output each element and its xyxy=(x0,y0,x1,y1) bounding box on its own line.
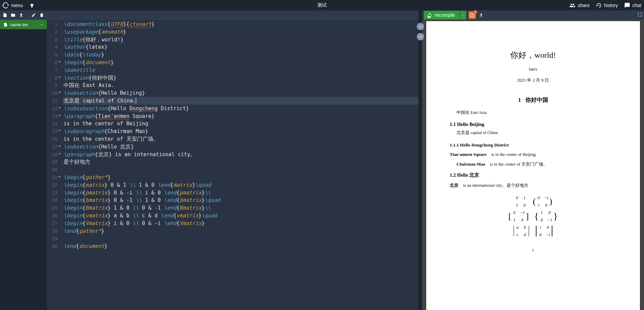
top-bar: menu 测试 share history chat xyxy=(0,0,644,10)
new-file-icon[interactable] xyxy=(3,13,7,17)
arrow-right-icon xyxy=(419,25,422,28)
expand-icon xyxy=(637,12,642,17)
subsection-1-1: 1.1 Hello Beijing xyxy=(450,122,616,127)
editor-header xyxy=(47,10,418,20)
editor-panel: 1234567891011121314151617181920212223242… xyxy=(47,10,418,310)
caret-down-icon xyxy=(461,14,465,17)
delete-icon[interactable] xyxy=(39,13,44,17)
fullscreen-button[interactable] xyxy=(637,12,642,18)
up-button[interactable] xyxy=(29,2,35,8)
share-button[interactable]: share xyxy=(569,2,590,8)
pdf-toolbar: recompile 1 xyxy=(422,10,644,20)
section-1: 1 你好中国 xyxy=(450,96,616,104)
file-name-label: name.tex xyxy=(10,22,28,27)
paragraph-tiananmen: Tian'anmen Squareis in the center of Bei… xyxy=(450,152,616,157)
history-button[interactable]: history xyxy=(596,2,618,8)
subsection-1-2: 1.2 Hello 北京 xyxy=(450,172,616,178)
subparagraph-mao: Chairman Maois in the center of 天安门广场。 xyxy=(456,161,616,167)
logo-icon xyxy=(3,2,9,8)
doc-title: 你好，world! xyxy=(450,50,616,60)
project-title: 测试 xyxy=(317,2,327,8)
code-area[interactable]: \documentclass[UTF8]{ctexart}\usepackage… xyxy=(62,20,418,310)
file-icon xyxy=(3,23,8,27)
logs-button[interactable]: 1 xyxy=(469,11,476,19)
page-number: 1 xyxy=(450,248,616,253)
paragraph: 中国在 East Asia. xyxy=(456,110,616,116)
line-gutter: 1234567891011121314151617181920212223242… xyxy=(47,20,62,310)
chat-button[interactable]: chat xyxy=(624,2,641,8)
arrow-left-icon xyxy=(419,35,422,38)
menu-label: menu xyxy=(11,3,23,8)
refresh-icon xyxy=(427,13,432,18)
history-icon xyxy=(596,2,602,8)
panel-splitter[interactable] xyxy=(418,10,422,310)
chat-icon xyxy=(624,2,630,8)
download-icon xyxy=(479,13,484,18)
share-icon xyxy=(569,2,575,8)
new-folder-icon[interactable] xyxy=(11,13,15,17)
paragraph: 北京是 capital of China. xyxy=(456,130,616,136)
collapse-right-button[interactable] xyxy=(417,23,424,30)
recompile-dropdown[interactable] xyxy=(460,11,466,19)
download-pdf-button[interactable] xyxy=(478,11,485,19)
file-tree-panel: name.tex xyxy=(0,10,47,310)
chevron-down-icon[interactable] xyxy=(40,23,43,27)
doc-author: latex xyxy=(450,67,616,72)
paragraph-beijing: 北京is an international city。是个好地方 xyxy=(450,182,616,188)
pdf-panel: recompile 1 你好，world! latex 2021 年 2 月 9… xyxy=(422,10,644,310)
log-badge: 1 xyxy=(473,10,477,14)
math-block: 0110 (0−ii0) [0−110] {100−1} abcd i00−i xyxy=(450,194,616,238)
up-arrow-icon xyxy=(29,2,35,8)
upload-icon[interactable] xyxy=(19,13,24,17)
file-item-name-tex[interactable]: name.tex xyxy=(0,20,47,29)
file-toolbar xyxy=(0,10,47,20)
pdf-page: 你好，world! latex 2021 年 2 月 9 日 1 你好中国 中国… xyxy=(426,21,640,310)
code-editor[interactable]: 1234567891011121314151617181920212223242… xyxy=(47,20,418,310)
subsubsection-1-1-1: 1.1.1 Hello Dongcheng District xyxy=(450,142,616,148)
doc-date: 2021 年 2 月 9 日 xyxy=(450,77,616,83)
collapse-left-button[interactable] xyxy=(417,33,424,40)
recompile-button[interactable]: recompile xyxy=(424,11,460,19)
pdf-viewer[interactable]: 你好，world! latex 2021 年 2 月 9 日 1 你好中国 中国… xyxy=(422,20,644,310)
rename-icon[interactable] xyxy=(31,13,36,17)
menu-button[interactable]: menu xyxy=(3,2,23,8)
